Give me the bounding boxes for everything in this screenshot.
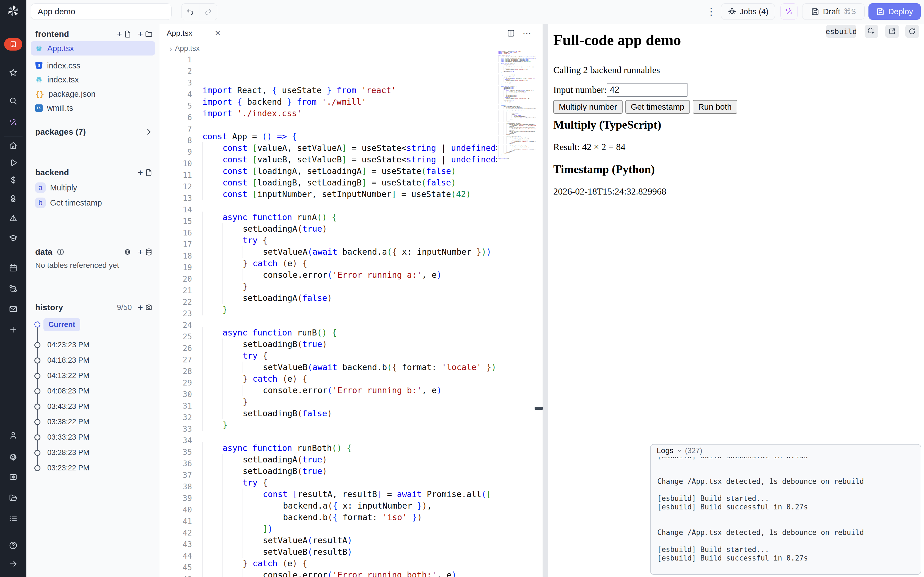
code-line[interactable]: } (202, 281, 497, 292)
code-line[interactable]: } catch (e) { (202, 373, 497, 385)
minimap[interactable]: import React, { useState } from 'react'i… (497, 51, 536, 577)
rail-dollar-button[interactable] (0, 172, 26, 188)
code-line[interactable]: const [loadingA, setLoadingA] = useState… (202, 165, 497, 177)
code-line[interactable]: setLoadingA(true) (202, 454, 497, 466)
code-line[interactable]: setLoadingB(false) (202, 408, 497, 419)
panel-resize-handle[interactable] (535, 407, 543, 410)
code-line[interactable]: const [resultA, resultB] = await Promise… (202, 488, 497, 500)
code-line[interactable] (202, 200, 497, 211)
code-line[interactable]: import { backend } from './wmill' (202, 96, 497, 108)
code-line[interactable]: try { (202, 235, 497, 246)
history-node[interactable] (34, 404, 40, 410)
rail-star-button[interactable] (0, 64, 26, 81)
preview-button-run-both[interactable]: Run both (693, 100, 737, 114)
code-line[interactable]: import React, { useState } from 'react' (202, 85, 497, 96)
add-folder-button[interactable]: + (138, 30, 153, 39)
runnable-item-a[interactable]: aMultiply (31, 181, 155, 195)
file-item-app-tsx[interactable]: App.tsx (31, 41, 155, 55)
code-line[interactable]: try { (202, 350, 497, 362)
rail-cubes-button[interactable] (0, 191, 26, 207)
add-snapshot-button[interactable]: + (138, 303, 153, 312)
tab-apptsx[interactable]: App.tsx ✕ (160, 24, 228, 43)
history-node-current[interactable] (34, 321, 40, 327)
preview-button-get-timestamp[interactable]: Get timestamp (625, 100, 690, 114)
code-line[interactable]: const [loadingB, setLoadingB] = useState… (202, 177, 497, 189)
ai-wand-button[interactable] (780, 3, 798, 20)
rail-folder-open-button[interactable] (0, 490, 26, 506)
editor-menu-icon[interactable]: ⋯ (522, 28, 532, 39)
workspace-switcher[interactable] (4, 38, 22, 50)
code-line[interactable]: setLoadingA(false) (202, 292, 497, 304)
editor-scrollbar-track[interactable] (536, 24, 543, 577)
logs-content[interactable]: [esbuild] Build successful in 0.45s Chan… (657, 452, 918, 562)
history-entry-time[interactable]: 04:23:23 PM (47, 341, 89, 349)
add-file-button[interactable]: + (117, 30, 132, 39)
history-current-label[interactable]: Current (44, 318, 80, 331)
rail-list-detail-button[interactable] (0, 511, 26, 527)
preview-button-multiply-number[interactable]: Multiply number (553, 100, 623, 114)
code-line[interactable]: setValueA(resultA) (202, 535, 497, 546)
code-line[interactable]: console.error('Error running b:', e) (202, 385, 497, 396)
code-line[interactable]: ]) (202, 523, 497, 535)
undo-button[interactable] (181, 3, 199, 20)
history-node[interactable] (34, 465, 40, 471)
rail-pyramid-button[interactable] (0, 210, 26, 227)
rail-magic-wand-button[interactable] (0, 114, 26, 131)
windmill-logo-icon[interactable] (0, 3, 26, 19)
history-entry-time[interactable]: 03:23:22 PM (47, 464, 89, 472)
add-runnable-button[interactable]: + (138, 168, 153, 177)
code-line[interactable]: setValueB(resultB) (202, 546, 497, 558)
code-line[interactable]: backend.b({ format: 'iso' }) (202, 512, 497, 523)
history-entry-time[interactable]: 04:08:23 PM (47, 387, 89, 395)
history-entry-time[interactable]: 03:28:23 PM (47, 448, 89, 457)
code-line[interactable]: try { (202, 477, 497, 488)
rail-workspace-building-button[interactable] (0, 36, 26, 53)
rail-play-button[interactable] (0, 155, 26, 171)
code-pane[interactable]: import React, { useState } from 'react'i… (160, 54, 497, 577)
code-line[interactable]: setLoadingB(true) (202, 338, 497, 350)
code-line[interactable]: const [valueB, setValueB] = useState<str… (202, 154, 497, 165)
code-line[interactable]: } catch (e) { (202, 558, 497, 569)
rail-service-box-button[interactable] (0, 469, 26, 485)
deploy-button[interactable]: Deploy (869, 3, 921, 20)
code-line[interactable]: } (202, 396, 497, 408)
code-line[interactable]: async function runB() { (202, 327, 497, 338)
rail-calendar-button[interactable] (0, 259, 26, 276)
chevron-down-icon[interactable] (676, 448, 682, 454)
open-external-button[interactable] (885, 25, 899, 38)
inspect-element-button[interactable] (864, 25, 878, 38)
history-node[interactable] (34, 342, 40, 348)
runnable-item-b[interactable]: bGet timestamp (31, 196, 155, 210)
file-item-package-json[interactable]: {}package.json (31, 87, 155, 101)
code-line[interactable] (202, 316, 497, 327)
history-node[interactable] (34, 358, 40, 364)
gear-icon[interactable] (123, 248, 132, 256)
rail-arrow-right-button[interactable] (0, 556, 26, 572)
refresh-button[interactable] (905, 25, 919, 38)
rail-help-circle-button[interactable] (0, 537, 26, 554)
code-line[interactable] (202, 431, 497, 442)
code-line[interactable]: } (202, 304, 497, 316)
code-line[interactable]: async function runBoth() { (202, 442, 497, 454)
history-node[interactable] (34, 388, 40, 394)
redo-button[interactable] (199, 3, 217, 20)
close-tab-icon[interactable]: ✕ (215, 29, 221, 38)
code-line[interactable]: setValueB(await backend.b({ format: 'loc… (202, 362, 497, 373)
draft-button[interactable]: Draft ⌘S (802, 3, 864, 20)
file-item-index-tsx[interactable]: index.tsx (31, 73, 155, 87)
rail-home-button[interactable] (0, 137, 26, 154)
history-entry-time[interactable]: 03:43:23 PM (47, 402, 89, 411)
code-line[interactable]: setLoadingA(true) (202, 223, 497, 235)
packages-section-header[interactable]: packages (7) (35, 125, 153, 139)
app-name-input[interactable] (31, 3, 171, 20)
add-table-button[interactable]: + (138, 248, 153, 256)
history-node[interactable] (34, 419, 40, 425)
code-line[interactable]: console.error('Error running a:', e) (202, 269, 497, 281)
code-line[interactable]: } (202, 419, 497, 431)
history-entry-time[interactable]: 03:33:23 PM (47, 433, 89, 442)
file-item-index-css[interactable]: 3index.css (31, 58, 155, 73)
history-node[interactable] (34, 434, 40, 440)
code-line[interactable]: console.error('Error running both:', e) (202, 569, 497, 577)
code-line[interactable]: const [valueA, setValueA] = useState<str… (202, 142, 497, 154)
split-editor-icon[interactable] (507, 29, 515, 38)
